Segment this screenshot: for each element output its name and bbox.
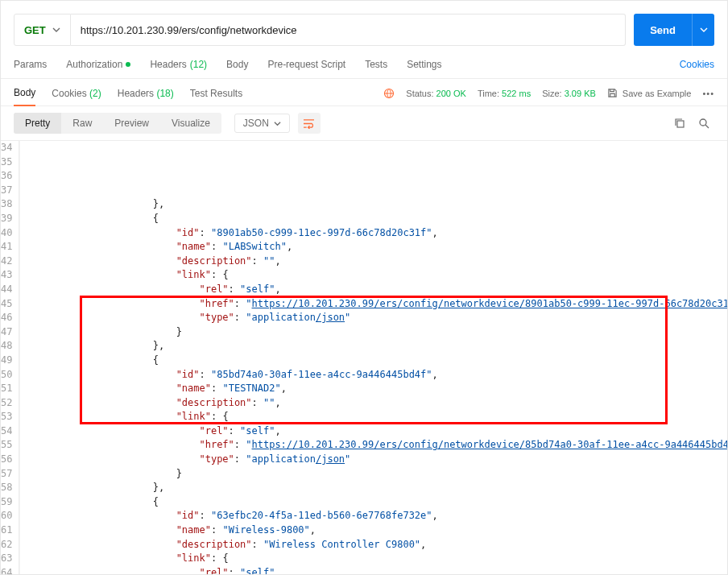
resp-tab-testresults[interactable]: Test Results: [190, 88, 242, 105]
size-label: Size: 3.09 KB: [542, 89, 596, 98]
view-mode-group: Pretty Raw Preview Visualize: [14, 113, 221, 134]
tab-prerequest[interactable]: Pre-request Script: [267, 59, 345, 78]
time-label: Time: 522 ms: [478, 89, 531, 98]
status-label: Status: 200 OK: [406, 89, 466, 98]
http-method-label: GET: [24, 24, 46, 36]
send-dropdown-icon[interactable]: [692, 14, 714, 46]
svg-rect-1: [677, 121, 684, 127]
save-as-example-button[interactable]: Save as Example: [607, 88, 692, 98]
globe-icon[interactable]: [383, 88, 395, 99]
resp-tab-body[interactable]: Body: [14, 87, 35, 106]
dot-icon: [126, 62, 130, 67]
save-icon: [607, 88, 618, 98]
line-gutter: 3435363738394041424344454647484950515253…: [1, 141, 19, 574]
more-icon[interactable]: •••: [702, 89, 714, 98]
resp-tab-headers[interactable]: Headers (18): [118, 88, 174, 105]
tab-params[interactable]: Params: [14, 59, 47, 78]
view-raw[interactable]: Raw: [61, 113, 103, 134]
cookies-link[interactable]: Cookies: [680, 59, 714, 78]
tab-authorization[interactable]: Authorization: [66, 59, 130, 78]
search-icon[interactable]: [693, 113, 714, 134]
resp-tab-cookies[interactable]: Cookies (2): [52, 88, 101, 105]
url-input[interactable]: [71, 14, 626, 46]
tab-body[interactable]: Body: [226, 59, 248, 78]
tab-settings[interactable]: Settings: [407, 59, 441, 78]
copy-icon[interactable]: [669, 113, 690, 134]
wrap-lines-button[interactable]: [298, 113, 321, 134]
tab-headers[interactable]: Headers (12): [150, 59, 207, 78]
view-visualize[interactable]: Visualize: [160, 113, 221, 134]
view-preview[interactable]: Preview: [103, 113, 160, 134]
code-content[interactable]: },{"id": "8901ab50-c999-11ec-997d-66c78d…: [20, 141, 727, 574]
send-button-label: Send: [634, 24, 692, 36]
http-method-select[interactable]: GET: [14, 14, 71, 46]
svg-point-2: [700, 119, 706, 126]
tab-tests[interactable]: Tests: [365, 59, 387, 78]
response-body[interactable]: 3435363738394041424344454647484950515253…: [1, 141, 727, 574]
send-button[interactable]: Send: [634, 14, 714, 46]
view-pretty[interactable]: Pretty: [14, 113, 61, 134]
format-select[interactable]: JSON: [234, 114, 290, 133]
chevron-down-icon: [274, 120, 281, 127]
chevron-down-icon: [52, 26, 60, 34]
